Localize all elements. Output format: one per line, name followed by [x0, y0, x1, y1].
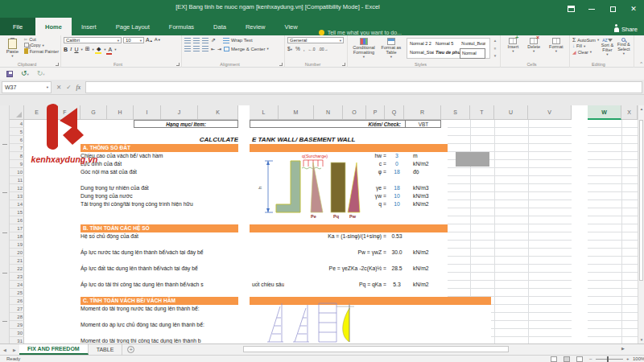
- formula-value-20[interactable]: 30.0: [386, 249, 407, 257]
- row-header-17[interactable]: 17: [10, 224, 24, 232]
- row-header-5[interactable]: 5: [10, 128, 24, 136]
- find-select-button[interactable]: Find & Select▾: [616, 37, 632, 60]
- align-right-icon[interactable]: [202, 46, 208, 51]
- zoom-slider-track[interactable]: [596, 359, 623, 360]
- left-text-row-9[interactable]: Lực dính của đất: [80, 160, 238, 168]
- row-header-23[interactable]: 23: [10, 273, 24, 281]
- column-header-V[interactable]: V: [528, 105, 572, 120]
- row-header-20[interactable]: 20: [10, 249, 24, 257]
- borders-button[interactable]: ⊞: [85, 46, 90, 52]
- row-header-27[interactable]: 27: [10, 305, 24, 313]
- paste-button[interactable]: Paste ▾: [2, 37, 23, 60]
- align-left-icon[interactable]: [184, 46, 191, 51]
- underline-button[interactable]: U: [74, 47, 78, 52]
- sheet-nav-right-icon[interactable]: ▶: [10, 344, 19, 355]
- row-header-4[interactable]: 4: [10, 120, 24, 128]
- param-value-12[interactable]: 18: [386, 184, 407, 192]
- row-header-19[interactable]: 19: [10, 241, 24, 249]
- page-break-view-icon[interactable]: [576, 356, 583, 362]
- sheet-tab-fix-and-freedom[interactable]: FIX AND FREEDOM: [19, 344, 89, 355]
- left-text-row-31[interactable]: Moment do tải trọng thi công tác dụng lê…: [80, 337, 238, 343]
- clear-button[interactable]: ◢Clear▾: [572, 49, 599, 55]
- row-header-26[interactable]: 26: [10, 297, 24, 305]
- left-text-row-12[interactable]: Dung trọng tự nhiên của đất: [80, 184, 238, 192]
- cell-style-normal_beam[interactable]: Normal_Beam: [460, 39, 485, 48]
- bold-button[interactable]: B: [64, 47, 68, 52]
- orientation-icon[interactable]: ⇗: [211, 37, 216, 43]
- row-header-25[interactable]: 25: [10, 289, 24, 297]
- row-header-6[interactable]: 6: [10, 136, 24, 144]
- row-header-18[interactable]: 18: [10, 232, 24, 241]
- sheet-nav-left-icon[interactable]: ◀: [0, 344, 10, 355]
- column-header-X[interactable]: X: [621, 105, 638, 120]
- column-header-P[interactable]: P: [366, 105, 385, 120]
- cut-button[interactable]: ✂Cut: [24, 37, 59, 42]
- param-value-14[interactable]: 10: [386, 200, 407, 208]
- row-header-12[interactable]: 12: [10, 184, 24, 192]
- row-header-22[interactable]: 22: [10, 265, 24, 273]
- param-value-9[interactable]: 0: [386, 160, 407, 168]
- row-header-11[interactable]: 11: [10, 176, 24, 184]
- column-header-J[interactable]: J: [161, 105, 198, 120]
- select-all-corner[interactable]: [10, 105, 24, 120]
- check-header-cell[interactable]: Kiểm/ Check: VBT: [250, 120, 441, 128]
- increase-indent-icon[interactable]: ⇥: [217, 46, 221, 51]
- tell-me-box[interactable]: Tell me what you want to do...: [319, 30, 402, 35]
- row-header-10[interactable]: 10: [10, 168, 24, 176]
- column-header-U[interactable]: U: [494, 105, 528, 120]
- ribbon-display-options-icon[interactable]: [560, 0, 581, 18]
- shrink-font-button[interactable]: A▼: [155, 37, 161, 43]
- param-value-13[interactable]: 10: [386, 192, 407, 200]
- left-text-row-27[interactable]: Moment do tải trọng nước tác dụng lên th…: [80, 305, 238, 313]
- gallery-more-icon[interactable]: ≡: [492, 47, 498, 51]
- row-header-7[interactable]: 7: [10, 144, 24, 152]
- cell-style-tieu-de-phu[interactable]: Tieu de phu: [434, 48, 460, 59]
- left-text-row-20[interactable]: Áp lực nước tác dụng lên thành bể/vách t…: [80, 249, 238, 257]
- increase-decimal-button[interactable]: ←.0: [308, 47, 315, 51]
- decrease-decimal-button[interactable]: .00→: [319, 47, 328, 51]
- sort-filter-button[interactable]: AZ Sort & Filter▾: [599, 37, 615, 60]
- font-size-select[interactable]: 10▾: [123, 37, 144, 43]
- font-family-select[interactable]: Calibri▾: [64, 37, 122, 43]
- column-header-W[interactable]: W: [588, 105, 621, 120]
- sheet-tab-table[interactable]: TABLE: [89, 344, 123, 355]
- cell-style-normal_stairs[interactable]: Normal_Stairs: [408, 48, 434, 59]
- left-text-row-24[interactable]: Áp lực do tải thi công tác dụng lên thàn…: [80, 281, 238, 289]
- horizontal-scroll-thumb[interactable]: [243, 346, 509, 352]
- param-value-8[interactable]: 3: [386, 152, 407, 160]
- font-dialog-launcher[interactable]: [176, 63, 180, 66]
- left-text-row-29[interactable]: Moment do áp lực chủ động tác dụng lên t…: [80, 321, 238, 329]
- left-text-row-18[interactable]: Hệ số chủ động của đất: [80, 232, 238, 241]
- item-header-cell[interactable]: Hạng mục/ Item:: [134, 120, 238, 128]
- insert-cells-button[interactable]: + Insert▾: [506, 37, 520, 60]
- formula-value-22[interactable]: 28.5: [386, 265, 407, 273]
- scroll-up-icon[interactable]: ▲: [638, 107, 644, 111]
- gray-filled-cell[interactable]: [456, 152, 489, 167]
- align-bottom-icon[interactable]: [202, 38, 208, 43]
- column-header-L[interactable]: L: [250, 105, 279, 120]
- italic-button[interactable]: I: [70, 46, 72, 52]
- row-header-14[interactable]: 14: [10, 200, 24, 208]
- cell-style-normal-5[interactable]: Normal 5: [434, 39, 460, 48]
- gallery-down-icon[interactable]: ▼: [492, 54, 498, 58]
- row-header-16[interactable]: 16: [10, 216, 24, 224]
- row-header-13[interactable]: 13: [10, 192, 24, 200]
- row-header-28[interactable]: 28: [10, 313, 24, 321]
- row-header-29[interactable]: 29: [10, 321, 24, 329]
- number-dialog-launcher[interactable]: [342, 63, 345, 66]
- section-c-header[interactable]: C. TÍNH TOÁN VÁCH BỂ/ VÁCH HẦM: [80, 297, 238, 305]
- normal-view-icon[interactable]: [551, 356, 557, 362]
- format-painter-button[interactable]: Format Painter: [24, 48, 59, 54]
- column-header-N[interactable]: N: [314, 105, 343, 120]
- zoom-slider-thumb[interactable]: [607, 356, 609, 362]
- row-header-15[interactable]: 15: [10, 208, 24, 216]
- zoom-out-button[interactable]: –: [589, 356, 592, 361]
- left-text-row-14[interactable]: Tải trọng thi công/tải trọng công trình …: [80, 200, 238, 208]
- left-text-row-10[interactable]: Góc nội ma sát của đất: [80, 168, 238, 176]
- undo-icon[interactable]: ↺▾: [21, 69, 29, 79]
- clipboard-dialog-launcher[interactable]: [56, 63, 59, 66]
- ribbon-tab-home[interactable]: Home: [35, 18, 72, 35]
- font-color-button[interactable]: A: [109, 47, 113, 52]
- merge-center-button[interactable]: Merge & Center▾: [224, 47, 269, 51]
- name-box[interactable]: W37▾: [2, 81, 52, 93]
